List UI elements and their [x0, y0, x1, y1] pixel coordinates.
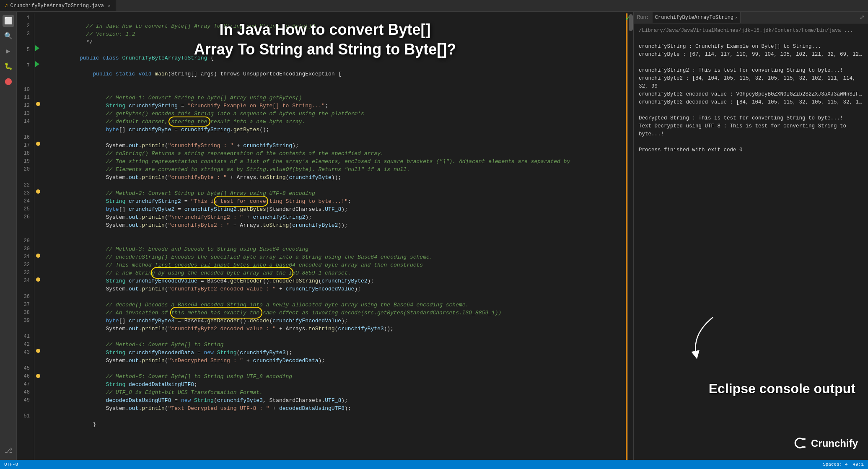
- code-line-36: // decode() Decodes a Base64 encoded Str…: [47, 293, 626, 301]
- run-icon[interactable]: ▶: [3, 45, 14, 57]
- code-line-41: // Method-4: Covert Byte[] to String: [47, 333, 626, 341]
- code-line-45: // Method-5: Covert Byte[] to String usi…: [47, 365, 626, 373]
- code-line-3: */: [47, 30, 626, 38]
- code-line-49: System.out.println("Text Decrypted using…: [47, 396, 626, 404]
- code-line-7: public static void main(String[] args) t…: [47, 62, 626, 70]
- gutter-mark-5: [36, 277, 40, 282]
- debug-icon[interactable]: 🐛: [3, 60, 14, 72]
- code-line-1: // In Java How to convert Byte[] Array T…: [47, 14, 626, 22]
- code-line-42: String crunchifyDecodedData = new String…: [47, 341, 626, 349]
- code-line-10: // Method-1: Convert String to byte[] Ar…: [47, 86, 626, 94]
- run-label: Run:: [637, 15, 649, 21]
- code-line-blank5: [47, 126, 626, 134]
- console-output[interactable]: /Library/Java/JavaVirtualMachines/jdk-15…: [634, 23, 868, 460]
- console-line-6: crunchifyByte2 encoded value : VGhpcyBpc…: [639, 91, 863, 98]
- code-line-31: // This method first encodes all input b…: [47, 253, 626, 261]
- code-line-30: // encodeToString() Encodes the specifie…: [47, 245, 626, 253]
- code-line-25: System.out.println("\ncrunchifyString2 :…: [47, 205, 626, 213]
- editor-tab[interactable]: J CrunchifyByteArrayToString.java ✕: [0, 0, 116, 11]
- console-line-4: crunchifyString2 : This is test for conv…: [639, 67, 863, 75]
- code-line-blank2: [47, 54, 626, 62]
- code-line-47: // UTF_8 is Eight-bit UCS Transformation…: [47, 381, 626, 389]
- code-line-blank6: [47, 174, 626, 181]
- code-line-24: byte[] crunchifyByte2 = crunchifyString2…: [47, 197, 626, 205]
- console-line-2: crunchifyByte : [67, 114, 117, 110, 99, …: [639, 51, 863, 59]
- crunchify-logo: Crunchify: [794, 436, 858, 450]
- code-line-16: System.out.println("crunchifyString : " …: [47, 134, 626, 142]
- status-right: Spaces: 4 49:1: [823, 462, 864, 467]
- run-tab[interactable]: CrunchifyByteArrayToString ✕: [653, 12, 741, 23]
- code-line-blank8: [47, 229, 626, 237]
- editor-area: In Java How to convert Byte[] Array To S…: [17, 12, 633, 460]
- code-line-19: // Elements are converted to strings as …: [47, 158, 626, 166]
- activity-bar: ⬜ 🔍 ▶ 🐛 ⬤ ⎇: [0, 12, 17, 460]
- code-line-26: System.out.println("crunchifyByte2 : " +…: [47, 213, 626, 221]
- search-icon[interactable]: 🔍: [3, 30, 14, 42]
- main-layout: ⬜ 🔍 ▶ 🐛 ⬤ ⎇ In Java How to convert Byte[…: [0, 12, 868, 460]
- explorer-icon[interactable]: ⬜: [3, 15, 14, 27]
- code-line-48: decodedDataUsingUTF8 = new String(crunch…: [47, 389, 626, 396]
- status-spaces: Spaces: 4: [823, 462, 847, 467]
- code-line-33: String crunchifyEncodedValue = Base64.ge…: [47, 269, 626, 277]
- code-line-32: // a new String by using the encoded byt…: [47, 261, 626, 269]
- editor-tab-close[interactable]: ✕: [108, 3, 111, 8]
- gutter-mark-6: [36, 349, 40, 353]
- code-line-blank10: [47, 325, 626, 333]
- code-line-blank12: [47, 404, 626, 412]
- gutter-mark-4: [36, 254, 40, 258]
- gutter-mark-1: [36, 102, 40, 106]
- code-line-11: String crunchifyString = "Crunchify Exam…: [47, 94, 626, 102]
- code-lines[interactable]: // In Java How to convert Byte[] Array T…: [42, 13, 626, 460]
- code-line-blank11: [47, 357, 626, 365]
- console-line-9: Decrypted String : This is test for conv…: [639, 114, 863, 122]
- console-line-12: Process finished with exit code 0: [639, 146, 863, 154]
- code-line-51: }: [47, 412, 626, 420]
- status-encoding: UTF-8: [4, 462, 18, 467]
- code-line-43: System.out.println("\nDecrypted String :…: [47, 349, 626, 357]
- code-line-14: byte[] crunchifyByte = crunchifyString.g…: [47, 118, 626, 126]
- gutter-mark-2: [36, 142, 40, 146]
- console-line-1: crunchifyString : Crunchify Example on B…: [639, 43, 863, 51]
- code-line-13: // default charset, storing the result i…: [47, 110, 626, 118]
- code-line-blank4: [47, 78, 626, 86]
- checkmark-icon: ✓: [625, 13, 630, 23]
- code-line-22: // Method-2: Convert String to byte[] Ar…: [47, 181, 626, 189]
- code-line-17: // toString() Returns a string represent…: [47, 142, 626, 150]
- code-line-blank1: [47, 38, 626, 46]
- code-line-39: System.out.println("crunchifyByte2 decod…: [47, 317, 626, 325]
- code-line-5: public class CrunchifyByteArrayToString …: [47, 46, 626, 54]
- expand-icon[interactable]: ⤢: [860, 14, 865, 21]
- run-tab-label: CrunchifyByteArrayToString: [655, 15, 733, 21]
- code-line-46: String decodedDataUsingUTF8;: [47, 373, 626, 381]
- tab-bar: J CrunchifyByteArrayToString.java ✕: [0, 0, 868, 12]
- crunchify-text: Crunchify: [811, 439, 858, 447]
- breakpoint-icon[interactable]: ⬤: [3, 75, 14, 87]
- git-icon[interactable]: ⎇: [3, 445, 14, 456]
- status-bar: UTF-8 Spaces: 4 49:1: [0, 460, 868, 469]
- code-line-23: String crunchifyString2 = "This is test …: [47, 189, 626, 197]
- getbytes-circle: [168, 117, 210, 127]
- run-tab-close-icon[interactable]: ✕: [735, 15, 738, 20]
- code-line-blank7: [47, 221, 626, 229]
- crunchify-logo-icon: [794, 436, 808, 450]
- code-line-2: // Version: 1.2: [47, 22, 626, 30]
- arrow-annotation: [688, 313, 738, 363]
- gutter-mark-7: [36, 374, 40, 378]
- right-panel: Run: CrunchifyByteArrayToString ✕ ⤢ /Lib…: [633, 12, 868, 460]
- line-numbers: 1 2 3 5 7 10 11 12 13 14 16 17 18 19 2: [17, 13, 34, 460]
- gutter-mark-3: [36, 189, 40, 194]
- code-line-38: byte[] crunchifyByte3 = Base64.getDecode…: [47, 309, 626, 317]
- code-line-34: System.out.println("crunchifyByte2 encod…: [47, 277, 626, 285]
- editor-tab-label: CrunchifyByteArrayToString.java: [10, 3, 104, 9]
- code-scroll[interactable]: 1 2 3 5 7 10 11 12 13 14 16 17 18 19 2: [17, 12, 633, 460]
- code-line-blank9: [47, 285, 626, 293]
- code-line-29: // Method-3: Encode and Decode to String…: [47, 237, 626, 245]
- code-line-37: // An invocation of this method has exac…: [47, 301, 626, 309]
- status-line-col: 49:1: [853, 462, 864, 467]
- code-line-blank3: [47, 70, 626, 78]
- code-line-12: // getBytes() encodes this String into a…: [47, 102, 626, 110]
- gutter: [34, 13, 42, 460]
- scroll-indicator[interactable]: [627, 13, 633, 460]
- code-line-18: // The string representation consists of…: [47, 150, 626, 158]
- console-line-5: crunchifyByte2 : [84, 104, 105, 115, 32,…: [639, 75, 863, 91]
